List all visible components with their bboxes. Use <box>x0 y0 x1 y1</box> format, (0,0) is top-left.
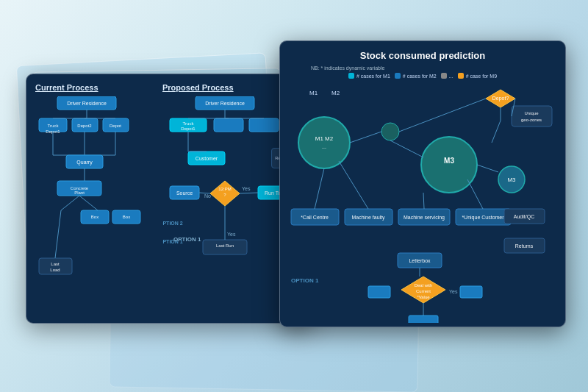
svg-text:M2: M2 <box>331 90 340 96</box>
svg-text:OPTION 1: OPTION 1 <box>291 277 319 284</box>
svg-text:Yes: Yes <box>449 289 458 294</box>
svg-line-85 <box>492 121 501 143</box>
svg-rect-38 <box>214 118 243 132</box>
right-diagram-card: Stock consumed prediction NB: * indicate… <box>279 40 566 327</box>
svg-text:M1 M2: M1 M2 <box>315 135 334 142</box>
svg-point-69 <box>298 117 350 168</box>
left-card-inner: Current Process Driver Residence Truck D… <box>26 74 312 323</box>
legend-m3: ... <box>441 73 453 79</box>
svg-text:M1: M1 <box>309 90 318 96</box>
svg-text:Depot2: Depot2 <box>77 124 92 128</box>
legend-dot-m2 <box>395 73 401 79</box>
right-card-inner: Stock consumed prediction NB: * indicate… <box>280 41 565 327</box>
svg-line-57 <box>240 193 258 193</box>
legend-row: # cases for M1 # cases for M2 ... # case… <box>289 73 556 79</box>
svg-point-72 <box>381 123 399 140</box>
legend-dot-m3 <box>441 73 447 79</box>
svg-text:*Call Centre: *Call Centre <box>301 215 329 220</box>
svg-rect-113 <box>460 286 482 298</box>
svg-line-84 <box>477 165 498 172</box>
svg-text:Last: Last <box>51 262 60 266</box>
svg-line-23 <box>79 196 98 210</box>
svg-text:Yes: Yes <box>242 186 251 191</box>
svg-rect-75 <box>512 106 552 126</box>
svg-text:Load: Load <box>50 268 60 272</box>
svg-text:No: No <box>204 193 211 199</box>
svg-line-73 <box>350 132 381 143</box>
left-diagram-card: Current Process Driver Residence Truck D… <box>26 74 312 324</box>
svg-text:Depot?: Depot? <box>492 96 509 101</box>
svg-text:Truck: Truck <box>48 124 60 128</box>
svg-text:Current: Current <box>416 289 431 293</box>
stock-diagram-svg: M1 M2 Depot? M1 M2 ... Unique g <box>287 84 556 323</box>
legend-m9: # case for M9 <box>458 73 497 79</box>
svg-text:Box: Box <box>91 215 98 219</box>
current-process-svg: Driver Residence Truck Depot1 Depot2 Dep… <box>35 96 153 306</box>
svg-text:Depot: Depot <box>110 124 121 128</box>
svg-text:Source: Source <box>176 190 193 196</box>
svg-text:Unique: Unique <box>524 111 539 115</box>
svg-text:Returns: Returns <box>515 243 534 249</box>
svg-line-22 <box>61 196 79 210</box>
svg-text:Driver Residence: Driver Residence <box>205 101 245 106</box>
current-process-section: Current Process Driver Residence Truck D… <box>35 83 153 304</box>
svg-text:Audit/QC: Audit/QC <box>514 214 534 220</box>
svg-point-79 <box>421 137 477 193</box>
svg-text:Last Run: Last Run <box>216 243 234 248</box>
svg-text:Letterbox: Letterbox <box>409 258 431 263</box>
current-process-label: Current Process <box>35 83 153 92</box>
svg-text:OPTION 2: OPTION 2 <box>162 221 183 226</box>
legend-dot-m9 <box>458 73 464 79</box>
svg-rect-39 <box>249 118 279 132</box>
nb-note: NB: * indicates dynamic variable <box>311 65 556 71</box>
stock-title: Stock consumed prediction <box>289 50 556 61</box>
svg-text:12:PM: 12:PM <box>218 187 231 191</box>
svg-rect-115 <box>409 316 438 323</box>
svg-line-31 <box>55 210 61 258</box>
svg-text:Deal with: Deal with <box>415 283 433 288</box>
svg-text:...: ... <box>322 144 326 149</box>
svg-line-74 <box>399 99 486 132</box>
svg-text:M3: M3 <box>507 177 516 183</box>
svg-text:Customer: Customer <box>196 156 218 161</box>
legend-m2: # cases for M2 <box>395 73 437 79</box>
svg-text:geo-zones: geo-zones <box>521 118 542 122</box>
svg-text:Plant: Plant <box>74 190 85 195</box>
svg-text:Machine servicing: Machine servicing <box>404 215 445 221</box>
svg-text:M3: M3 <box>444 157 454 165</box>
svg-line-97 <box>467 179 483 209</box>
option1-label: OPTION 1 <box>173 236 201 243</box>
svg-line-94 <box>315 168 324 209</box>
svg-text:Machine faulty: Machine faulty <box>351 215 385 221</box>
legend-dot-m1 <box>348 73 354 79</box>
svg-text:Quarry: Quarry <box>76 160 93 165</box>
svg-line-95 <box>339 161 368 209</box>
svg-rect-112 <box>368 286 390 298</box>
svg-line-83 <box>390 140 423 157</box>
svg-text:Yes: Yes <box>227 232 236 237</box>
driver-residence-text: Driver Residence <box>67 101 107 106</box>
svg-text:Box: Box <box>123 215 130 219</box>
svg-text:*Unique Customer: *Unique Customer <box>462 215 504 221</box>
svg-text:*Value: *Value <box>417 295 430 299</box>
svg-text:Depot1: Depot1 <box>181 126 196 131</box>
svg-text:Truck: Truck <box>183 121 195 126</box>
legend-m1: # cases for M1 <box>348 73 390 79</box>
svg-line-96 <box>423 193 424 209</box>
